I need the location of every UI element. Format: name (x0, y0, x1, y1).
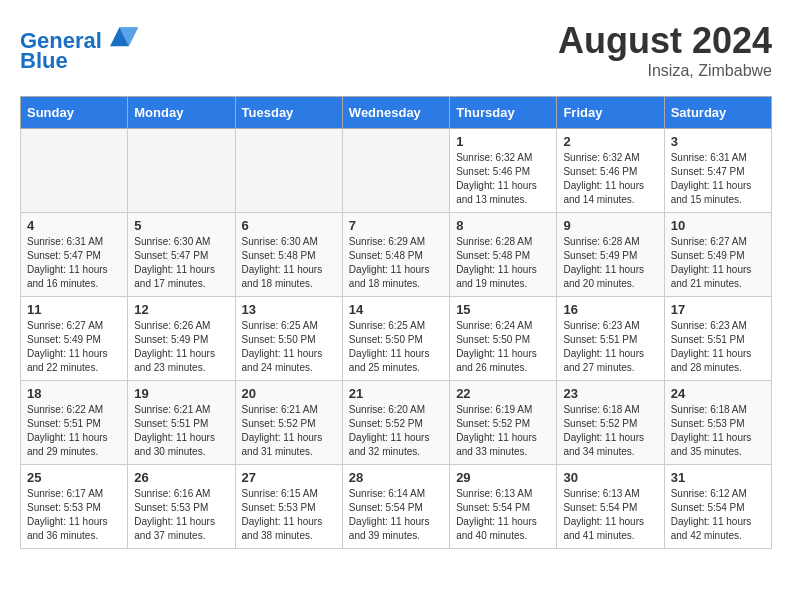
day-number: 11 (27, 302, 121, 317)
day-info: Sunrise: 6:25 AM Sunset: 5:50 PM Dayligh… (242, 319, 336, 375)
day-cell: 3Sunrise: 6:31 AM Sunset: 5:47 PM Daylig… (664, 129, 771, 213)
header-friday: Friday (557, 97, 664, 129)
day-cell: 16Sunrise: 6:23 AM Sunset: 5:51 PM Dayli… (557, 297, 664, 381)
day-number: 9 (563, 218, 657, 233)
day-info: Sunrise: 6:18 AM Sunset: 5:53 PM Dayligh… (671, 403, 765, 459)
day-info: Sunrise: 6:14 AM Sunset: 5:54 PM Dayligh… (349, 487, 443, 543)
day-info: Sunrise: 6:26 AM Sunset: 5:49 PM Dayligh… (134, 319, 228, 375)
day-cell: 26Sunrise: 6:16 AM Sunset: 5:53 PM Dayli… (128, 465, 235, 549)
day-info: Sunrise: 6:31 AM Sunset: 5:47 PM Dayligh… (671, 151, 765, 207)
day-info: Sunrise: 6:22 AM Sunset: 5:51 PM Dayligh… (27, 403, 121, 459)
day-cell: 14Sunrise: 6:25 AM Sunset: 5:50 PM Dayli… (342, 297, 449, 381)
day-info: Sunrise: 6:28 AM Sunset: 5:49 PM Dayligh… (563, 235, 657, 291)
day-cell: 2Sunrise: 6:32 AM Sunset: 5:46 PM Daylig… (557, 129, 664, 213)
day-number: 7 (349, 218, 443, 233)
day-number: 21 (349, 386, 443, 401)
day-info: Sunrise: 6:30 AM Sunset: 5:47 PM Dayligh… (134, 235, 228, 291)
day-number: 26 (134, 470, 228, 485)
day-info: Sunrise: 6:17 AM Sunset: 5:53 PM Dayligh… (27, 487, 121, 543)
day-cell (235, 129, 342, 213)
day-cell: 29Sunrise: 6:13 AM Sunset: 5:54 PM Dayli… (450, 465, 557, 549)
day-cell: 25Sunrise: 6:17 AM Sunset: 5:53 PM Dayli… (21, 465, 128, 549)
day-cell: 18Sunrise: 6:22 AM Sunset: 5:51 PM Dayli… (21, 381, 128, 465)
day-cell: 12Sunrise: 6:26 AM Sunset: 5:49 PM Dayli… (128, 297, 235, 381)
day-info: Sunrise: 6:32 AM Sunset: 5:46 PM Dayligh… (456, 151, 550, 207)
header-row: SundayMondayTuesdayWednesdayThursdayFrid… (21, 97, 772, 129)
day-cell: 23Sunrise: 6:18 AM Sunset: 5:52 PM Dayli… (557, 381, 664, 465)
day-number: 12 (134, 302, 228, 317)
day-info: Sunrise: 6:12 AM Sunset: 5:54 PM Dayligh… (671, 487, 765, 543)
day-number: 13 (242, 302, 336, 317)
day-cell: 15Sunrise: 6:24 AM Sunset: 5:50 PM Dayli… (450, 297, 557, 381)
header-sunday: Sunday (21, 97, 128, 129)
day-info: Sunrise: 6:32 AM Sunset: 5:46 PM Dayligh… (563, 151, 657, 207)
day-number: 25 (27, 470, 121, 485)
day-number: 30 (563, 470, 657, 485)
week-row-5: 25Sunrise: 6:17 AM Sunset: 5:53 PM Dayli… (21, 465, 772, 549)
day-number: 27 (242, 470, 336, 485)
month-year: August 2024 (558, 20, 772, 62)
day-info: Sunrise: 6:28 AM Sunset: 5:48 PM Dayligh… (456, 235, 550, 291)
day-number: 20 (242, 386, 336, 401)
day-number: 17 (671, 302, 765, 317)
day-info: Sunrise: 6:23 AM Sunset: 5:51 PM Dayligh… (563, 319, 657, 375)
week-row-2: 4Sunrise: 6:31 AM Sunset: 5:47 PM Daylig… (21, 213, 772, 297)
day-number: 1 (456, 134, 550, 149)
day-info: Sunrise: 6:21 AM Sunset: 5:52 PM Dayligh… (242, 403, 336, 459)
day-number: 31 (671, 470, 765, 485)
header-saturday: Saturday (664, 97, 771, 129)
header-thursday: Thursday (450, 97, 557, 129)
day-cell: 21Sunrise: 6:20 AM Sunset: 5:52 PM Dayli… (342, 381, 449, 465)
day-cell (342, 129, 449, 213)
day-info: Sunrise: 6:23 AM Sunset: 5:51 PM Dayligh… (671, 319, 765, 375)
day-info: Sunrise: 6:21 AM Sunset: 5:51 PM Dayligh… (134, 403, 228, 459)
week-row-3: 11Sunrise: 6:27 AM Sunset: 5:49 PM Dayli… (21, 297, 772, 381)
day-info: Sunrise: 6:27 AM Sunset: 5:49 PM Dayligh… (27, 319, 121, 375)
week-row-1: 1Sunrise: 6:32 AM Sunset: 5:46 PM Daylig… (21, 129, 772, 213)
day-cell: 7Sunrise: 6:29 AM Sunset: 5:48 PM Daylig… (342, 213, 449, 297)
day-number: 24 (671, 386, 765, 401)
week-row-4: 18Sunrise: 6:22 AM Sunset: 5:51 PM Dayli… (21, 381, 772, 465)
day-info: Sunrise: 6:30 AM Sunset: 5:48 PM Dayligh… (242, 235, 336, 291)
day-cell: 9Sunrise: 6:28 AM Sunset: 5:49 PM Daylig… (557, 213, 664, 297)
day-cell: 22Sunrise: 6:19 AM Sunset: 5:52 PM Dayli… (450, 381, 557, 465)
day-number: 10 (671, 218, 765, 233)
header-tuesday: Tuesday (235, 97, 342, 129)
day-info: Sunrise: 6:27 AM Sunset: 5:49 PM Dayligh… (671, 235, 765, 291)
day-cell: 8Sunrise: 6:28 AM Sunset: 5:48 PM Daylig… (450, 213, 557, 297)
day-info: Sunrise: 6:19 AM Sunset: 5:52 PM Dayligh… (456, 403, 550, 459)
day-number: 23 (563, 386, 657, 401)
day-cell: 27Sunrise: 6:15 AM Sunset: 5:53 PM Dayli… (235, 465, 342, 549)
day-number: 22 (456, 386, 550, 401)
day-number: 5 (134, 218, 228, 233)
day-cell: 4Sunrise: 6:31 AM Sunset: 5:47 PM Daylig… (21, 213, 128, 297)
day-cell: 13Sunrise: 6:25 AM Sunset: 5:50 PM Dayli… (235, 297, 342, 381)
day-number: 4 (27, 218, 121, 233)
day-info: Sunrise: 6:13 AM Sunset: 5:54 PM Dayligh… (456, 487, 550, 543)
day-cell: 10Sunrise: 6:27 AM Sunset: 5:49 PM Dayli… (664, 213, 771, 297)
day-cell: 30Sunrise: 6:13 AM Sunset: 5:54 PM Dayli… (557, 465, 664, 549)
day-cell: 6Sunrise: 6:30 AM Sunset: 5:48 PM Daylig… (235, 213, 342, 297)
title-block: August 2024 Insiza, Zimbabwe (558, 20, 772, 80)
day-cell: 5Sunrise: 6:30 AM Sunset: 5:47 PM Daylig… (128, 213, 235, 297)
day-cell (128, 129, 235, 213)
day-info: Sunrise: 6:18 AM Sunset: 5:52 PM Dayligh… (563, 403, 657, 459)
day-cell: 24Sunrise: 6:18 AM Sunset: 5:53 PM Dayli… (664, 381, 771, 465)
location: Insiza, Zimbabwe (558, 62, 772, 80)
day-info: Sunrise: 6:25 AM Sunset: 5:50 PM Dayligh… (349, 319, 443, 375)
day-number: 19 (134, 386, 228, 401)
day-number: 18 (27, 386, 121, 401)
logo-icon (110, 20, 138, 48)
day-cell: 20Sunrise: 6:21 AM Sunset: 5:52 PM Dayli… (235, 381, 342, 465)
day-number: 16 (563, 302, 657, 317)
day-number: 15 (456, 302, 550, 317)
day-number: 14 (349, 302, 443, 317)
day-cell: 31Sunrise: 6:12 AM Sunset: 5:54 PM Dayli… (664, 465, 771, 549)
day-info: Sunrise: 6:13 AM Sunset: 5:54 PM Dayligh… (563, 487, 657, 543)
day-number: 29 (456, 470, 550, 485)
day-info: Sunrise: 6:15 AM Sunset: 5:53 PM Dayligh… (242, 487, 336, 543)
calendar-table: SundayMondayTuesdayWednesdayThursdayFrid… (20, 96, 772, 549)
day-info: Sunrise: 6:31 AM Sunset: 5:47 PM Dayligh… (27, 235, 121, 291)
day-cell: 1Sunrise: 6:32 AM Sunset: 5:46 PM Daylig… (450, 129, 557, 213)
day-info: Sunrise: 6:16 AM Sunset: 5:53 PM Dayligh… (134, 487, 228, 543)
